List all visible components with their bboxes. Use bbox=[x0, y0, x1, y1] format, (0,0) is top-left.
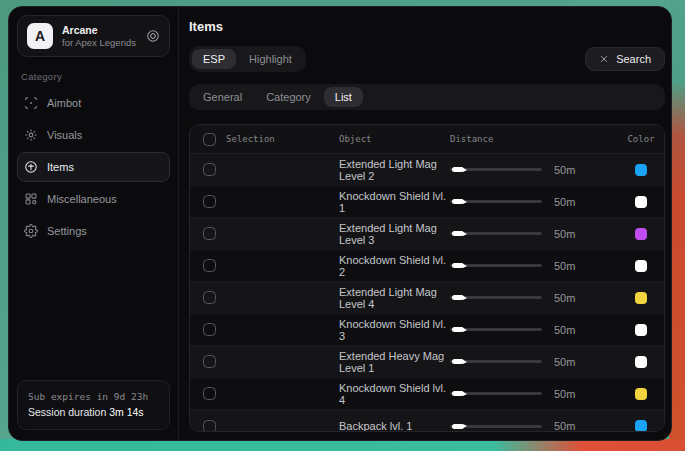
visuals-icon bbox=[24, 128, 38, 142]
row-checkbox[interactable] bbox=[203, 355, 216, 368]
table-row: Extended Heavy Mag Level 1 50m bbox=[190, 346, 664, 378]
color-swatch[interactable] bbox=[635, 228, 647, 240]
gear-icon bbox=[24, 224, 38, 238]
tab-esp[interactable]: ESP bbox=[192, 49, 236, 69]
header-checkbox-cell bbox=[190, 133, 226, 146]
object-name: Backpack lvl. 1 bbox=[339, 420, 450, 432]
color-swatch[interactable] bbox=[635, 196, 647, 208]
column-header-distance: Distance bbox=[450, 134, 618, 144]
sidebar-item-label: Settings bbox=[47, 225, 87, 237]
distance-value: 50m bbox=[554, 292, 575, 304]
sidebar-item-miscellaneous[interactable]: Miscellaneous bbox=[17, 184, 170, 214]
table-row: Extended Light Mag Level 2 50m bbox=[190, 154, 664, 186]
color-swatch[interactable] bbox=[635, 260, 647, 272]
column-header-selection: Selection bbox=[226, 134, 339, 144]
object-name: Extended Heavy Mag Level 1 bbox=[339, 350, 450, 374]
slider-thumb[interactable] bbox=[452, 199, 464, 204]
grid-icon bbox=[24, 192, 38, 206]
sidebar-item-label: Visuals bbox=[47, 129, 82, 141]
table-row: Extended Light Mag Level 4 50m bbox=[190, 282, 664, 314]
table-row: Knockdown Shield lvl. 3 50m bbox=[190, 314, 664, 346]
slider-thumb[interactable] bbox=[452, 424, 464, 429]
close-icon bbox=[599, 54, 609, 64]
object-name: Extended Light Mag Level 2 bbox=[339, 158, 450, 182]
tab-highlight[interactable]: Highlight bbox=[238, 49, 303, 69]
row-checkbox[interactable] bbox=[203, 420, 216, 433]
search-button[interactable]: Search bbox=[585, 47, 665, 71]
tab-general[interactable]: General bbox=[192, 87, 253, 107]
page-title: Items bbox=[189, 19, 665, 34]
object-name: Knockdown Shield lvl. 4 bbox=[339, 382, 450, 406]
distance-slider[interactable] bbox=[450, 324, 542, 336]
color-swatch[interactable] bbox=[635, 420, 647, 432]
object-name: Extended Light Mag Level 3 bbox=[339, 222, 450, 246]
sidebar: A Arcane for Apex Legends Category Aimbo… bbox=[9, 7, 179, 440]
distance-slider[interactable] bbox=[450, 164, 542, 176]
sub-expires-text: Sub expires in 9d 23h bbox=[28, 389, 159, 404]
table-header-row: Selection Object Distance Color bbox=[190, 125, 664, 154]
row-checkbox[interactable] bbox=[203, 323, 216, 336]
tab-category[interactable]: Category bbox=[255, 87, 322, 107]
object-name: Extended Light Mag Level 4 bbox=[339, 286, 450, 310]
row-checkbox[interactable] bbox=[203, 259, 216, 272]
session-duration-value: 3m 14s bbox=[109, 406, 143, 418]
row-checkbox[interactable] bbox=[203, 163, 216, 176]
search-button-label: Search bbox=[616, 53, 651, 65]
row-checkbox[interactable] bbox=[203, 291, 216, 304]
slider-thumb[interactable] bbox=[452, 231, 464, 236]
table-row: Backpack lvl. 1 50m bbox=[190, 410, 664, 432]
main-panel: Items ESPHighlight Search GeneralCategor… bbox=[179, 7, 671, 440]
app-logo: A bbox=[27, 23, 53, 49]
session-info-card: Sub expires in 9d 23h Session duration 3… bbox=[17, 380, 170, 430]
color-swatch[interactable] bbox=[635, 388, 647, 400]
slider-thumb[interactable] bbox=[452, 263, 464, 268]
column-header-object: Object bbox=[339, 134, 450, 144]
app-window: A Arcane for Apex Legends Category Aimbo… bbox=[8, 6, 672, 441]
distance-slider[interactable] bbox=[450, 388, 542, 400]
object-name: Knockdown Shield lvl. 2 bbox=[339, 254, 450, 278]
app-subtitle: for Apex Legends bbox=[62, 37, 137, 49]
slider-thumb[interactable] bbox=[452, 391, 464, 396]
color-swatch[interactable] bbox=[635, 292, 647, 304]
distance-value: 50m bbox=[554, 388, 575, 400]
slider-thumb[interactable] bbox=[452, 295, 464, 300]
sidebar-item-settings[interactable]: Settings bbox=[17, 216, 170, 246]
slider-thumb[interactable] bbox=[452, 327, 464, 332]
sidebar-item-visuals[interactable]: Visuals bbox=[17, 120, 170, 150]
distance-slider[interactable] bbox=[450, 420, 542, 432]
distance-value: 50m bbox=[554, 260, 575, 272]
select-all-checkbox[interactable] bbox=[203, 133, 216, 146]
color-swatch[interactable] bbox=[635, 164, 647, 176]
crosshair-icon bbox=[24, 96, 38, 110]
sidebar-item-label: Items bbox=[47, 161, 74, 173]
object-name: Knockdown Shield lvl. 1 bbox=[339, 190, 450, 214]
table-body: Extended Light Mag Level 2 50m Knockdown… bbox=[190, 154, 664, 432]
sidebar-item-items[interactable]: Items bbox=[17, 152, 170, 182]
distance-slider[interactable] bbox=[450, 356, 542, 368]
row-checkbox[interactable] bbox=[203, 227, 216, 240]
slider-thumb[interactable] bbox=[452, 167, 464, 172]
tab-list[interactable]: List bbox=[324, 87, 363, 107]
distance-value: 50m bbox=[554, 164, 575, 176]
distance-slider[interactable] bbox=[450, 196, 542, 208]
row-checkbox[interactable] bbox=[203, 387, 216, 400]
distance-slider[interactable] bbox=[450, 260, 542, 272]
toolbar: ESPHighlight Search bbox=[189, 46, 665, 72]
row-checkbox[interactable] bbox=[203, 195, 216, 208]
slider-thumb[interactable] bbox=[452, 359, 464, 364]
app-meta: Arcane for Apex Legends bbox=[62, 24, 137, 49]
color-swatch[interactable] bbox=[635, 324, 647, 336]
color-swatch[interactable] bbox=[635, 356, 647, 368]
support-icon[interactable] bbox=[146, 29, 160, 43]
distance-slider[interactable] bbox=[450, 228, 542, 240]
distance-value: 50m bbox=[554, 196, 575, 208]
items-icon bbox=[24, 160, 38, 174]
distance-slider[interactable] bbox=[450, 292, 542, 304]
sidebar-item-label: Aimbot bbox=[47, 97, 81, 109]
items-table: Selection Object Distance Color Extended… bbox=[189, 124, 665, 432]
session-duration-label: Session duration bbox=[28, 406, 106, 418]
app-name: Arcane bbox=[62, 24, 137, 37]
app-header-card: A Arcane for Apex Legends bbox=[17, 15, 170, 57]
sidebar-item-aimbot[interactable]: Aimbot bbox=[17, 88, 170, 118]
distance-value: 50m bbox=[554, 420, 575, 432]
